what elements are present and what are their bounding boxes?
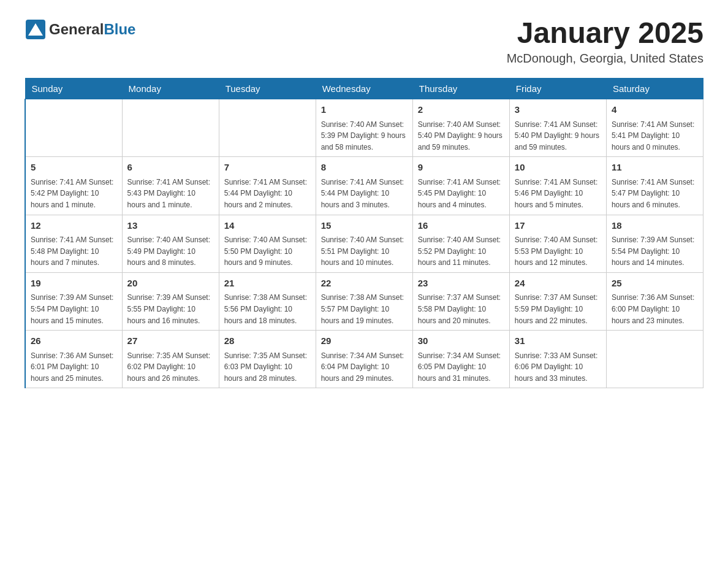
day-number: 24 [515,277,601,291]
weekday-header-monday: Monday [122,79,219,99]
logo-general-text: General [49,21,104,37]
sun-info: Sunrise: 7:35 AM Sunset: 6:03 PM Dayligh… [224,350,311,385]
day-number: 21 [224,277,311,291]
page-header: GeneralBlue January 2025 McDonough, Geor… [25,18,703,66]
weekday-header-wednesday: Wednesday [316,79,412,99]
sun-info: Sunrise: 7:40 AM Sunset: 5:49 PM Dayligh… [127,234,214,269]
sun-info: Sunrise: 7:41 AM Sunset: 5:43 PM Dayligh… [127,177,214,211]
sun-info: Sunrise: 7:41 AM Sunset: 5:48 PM Dayligh… [31,234,117,269]
day-number: 13 [127,219,214,233]
sun-info: Sunrise: 7:41 AM Sunset: 5:44 PM Dayligh… [321,177,408,211]
calendar-cell: 21Sunrise: 7:38 AM Sunset: 5:56 PM Dayli… [219,272,316,330]
sun-info: Sunrise: 7:35 AM Sunset: 6:02 PM Dayligh… [127,350,214,385]
day-number: 11 [612,161,698,175]
day-number: 22 [321,277,408,291]
day-number: 4 [612,103,698,117]
day-number: 23 [418,277,504,291]
day-number: 16 [418,219,504,233]
calendar-cell: 2Sunrise: 7:40 AM Sunset: 5:40 PM Daylig… [412,99,509,157]
sun-info: Sunrise: 7:38 AM Sunset: 5:56 PM Dayligh… [224,292,311,326]
calendar-cell: 11Sunrise: 7:41 AM Sunset: 5:47 PM Dayli… [606,157,703,215]
calendar-cell [122,99,219,157]
weekday-header-thursday: Thursday [412,79,509,99]
sun-info: Sunrise: 7:33 AM Sunset: 6:06 PM Dayligh… [515,350,601,385]
day-number: 6 [127,161,214,175]
day-number: 27 [127,334,214,348]
calendar-cell: 6Sunrise: 7:41 AM Sunset: 5:43 PM Daylig… [122,157,219,215]
day-number: 8 [321,161,408,175]
calendar-cell: 30Sunrise: 7:34 AM Sunset: 6:05 PM Dayli… [412,331,509,388]
sun-info: Sunrise: 7:40 AM Sunset: 5:39 PM Dayligh… [321,119,408,153]
day-number: 26 [31,334,117,348]
calendar-cell: 15Sunrise: 7:40 AM Sunset: 5:51 PM Dayli… [316,215,412,272]
calendar-cell: 17Sunrise: 7:40 AM Sunset: 5:53 PM Dayli… [509,215,606,272]
calendar-cell: 9Sunrise: 7:41 AM Sunset: 5:45 PM Daylig… [412,157,509,215]
day-number: 29 [321,334,408,348]
sun-info: Sunrise: 7:39 AM Sunset: 5:54 PM Dayligh… [612,234,698,269]
calendar-cell [219,99,316,157]
day-number: 7 [224,161,311,175]
calendar-cell: 31Sunrise: 7:33 AM Sunset: 6:06 PM Dayli… [509,331,606,388]
location-text: McDonough, Georgia, United States [507,52,703,66]
calendar-week-row: 5Sunrise: 7:41 AM Sunset: 5:42 PM Daylig… [25,157,703,215]
sun-info: Sunrise: 7:37 AM Sunset: 5:58 PM Dayligh… [418,292,504,326]
weekday-header-friday: Friday [509,79,606,99]
calendar-cell: 3Sunrise: 7:41 AM Sunset: 5:40 PM Daylig… [509,99,606,157]
calendar-cell: 4Sunrise: 7:41 AM Sunset: 5:41 PM Daylig… [606,99,703,157]
calendar-cell: 27Sunrise: 7:35 AM Sunset: 6:02 PM Dayli… [122,331,219,388]
sun-info: Sunrise: 7:40 AM Sunset: 5:52 PM Dayligh… [418,234,504,269]
day-number: 31 [515,334,601,348]
calendar-cell: 13Sunrise: 7:40 AM Sunset: 5:49 PM Dayli… [122,215,219,272]
sun-info: Sunrise: 7:40 AM Sunset: 5:51 PM Dayligh… [321,234,408,269]
calendar-cell: 12Sunrise: 7:41 AM Sunset: 5:48 PM Dayli… [25,215,122,272]
sun-info: Sunrise: 7:34 AM Sunset: 6:04 PM Dayligh… [321,350,408,385]
calendar-table: SundayMondayTuesdayWednesdayThursdayFrid… [25,78,703,388]
day-number: 30 [418,334,504,348]
day-number: 14 [224,219,311,233]
calendar-cell: 24Sunrise: 7:37 AM Sunset: 5:59 PM Dayli… [509,272,606,330]
day-number: 5 [31,161,117,175]
day-number: 10 [515,161,601,175]
sun-info: Sunrise: 7:41 AM Sunset: 5:41 PM Dayligh… [612,119,698,153]
sun-info: Sunrise: 7:41 AM Sunset: 5:42 PM Dayligh… [31,177,117,211]
sun-info: Sunrise: 7:40 AM Sunset: 5:40 PM Dayligh… [418,119,504,153]
sun-info: Sunrise: 7:41 AM Sunset: 5:40 PM Dayligh… [515,119,601,153]
day-number: 17 [515,219,601,233]
weekday-header-tuesday: Tuesday [219,79,316,99]
sun-info: Sunrise: 7:36 AM Sunset: 6:01 PM Dayligh… [31,350,117,385]
calendar-cell [25,99,122,157]
calendar-cell: 26Sunrise: 7:36 AM Sunset: 6:01 PM Dayli… [25,331,122,388]
calendar-cell: 20Sunrise: 7:39 AM Sunset: 5:55 PM Dayli… [122,272,219,330]
day-number: 25 [612,277,698,291]
calendar-cell: 7Sunrise: 7:41 AM Sunset: 5:44 PM Daylig… [219,157,316,215]
sun-info: Sunrise: 7:38 AM Sunset: 5:57 PM Dayligh… [321,292,408,326]
weekday-header-saturday: Saturday [606,79,703,99]
title-block: January 2025 McDonough, Georgia, United … [507,18,703,66]
sun-info: Sunrise: 7:39 AM Sunset: 5:55 PM Dayligh… [127,292,214,326]
day-number: 3 [515,103,601,117]
calendar-cell: 23Sunrise: 7:37 AM Sunset: 5:58 PM Dayli… [412,272,509,330]
sun-info: Sunrise: 7:40 AM Sunset: 5:53 PM Dayligh… [515,234,601,269]
calendar-cell: 14Sunrise: 7:40 AM Sunset: 5:50 PM Dayli… [219,215,316,272]
sun-info: Sunrise: 7:41 AM Sunset: 5:47 PM Dayligh… [612,177,698,211]
calendar-cell: 10Sunrise: 7:41 AM Sunset: 5:46 PM Dayli… [509,157,606,215]
weekday-header-row: SundayMondayTuesdayWednesdayThursdayFrid… [25,79,703,99]
day-number: 18 [612,219,698,233]
calendar-cell [606,331,703,388]
sun-info: Sunrise: 7:41 AM Sunset: 5:46 PM Dayligh… [515,177,601,211]
month-title: January 2025 [507,18,703,48]
day-number: 9 [418,161,504,175]
calendar-cell: 22Sunrise: 7:38 AM Sunset: 5:57 PM Dayli… [316,272,412,330]
calendar-week-row: 26Sunrise: 7:36 AM Sunset: 6:01 PM Dayli… [25,331,703,388]
calendar-week-row: 12Sunrise: 7:41 AM Sunset: 5:48 PM Dayli… [25,215,703,272]
sun-info: Sunrise: 7:40 AM Sunset: 5:50 PM Dayligh… [224,234,311,269]
sun-info: Sunrise: 7:34 AM Sunset: 6:05 PM Dayligh… [418,350,504,385]
logo: GeneralBlue [25,18,135,40]
calendar-cell: 18Sunrise: 7:39 AM Sunset: 5:54 PM Dayli… [606,215,703,272]
weekday-header-sunday: Sunday [25,79,122,99]
sun-info: Sunrise: 7:41 AM Sunset: 5:45 PM Dayligh… [418,177,504,211]
day-number: 19 [31,277,117,291]
day-number: 2 [418,103,504,117]
logo-icon [25,18,47,40]
calendar-cell: 8Sunrise: 7:41 AM Sunset: 5:44 PM Daylig… [316,157,412,215]
